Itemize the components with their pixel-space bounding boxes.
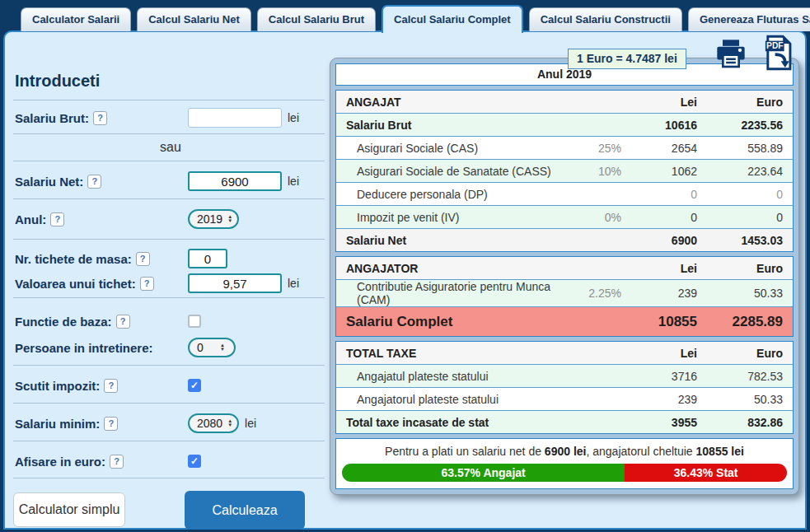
angajat-header: ANGAJAT: [346, 96, 557, 109]
afisare-euro-checkbox[interactable]: [188, 455, 201, 468]
summary-part1: Pentru a plati un salariu net de: [385, 445, 545, 458]
table-row-cass: Asigurari Sociale de Sanatate (CASS) 10%…: [336, 159, 793, 182]
row-lei: 6900: [621, 234, 697, 247]
row-lei: 239: [621, 287, 697, 300]
salariu-net-input[interactable]: [188, 171, 282, 191]
scutit-impozit-help-icon[interactable]: ?: [104, 379, 118, 393]
col-lei: Lei: [621, 347, 697, 360]
tab-genereaza-fluturas-salariu[interactable]: Genereaza Fluturas Salariu: [688, 7, 810, 31]
anul-select[interactable]: 2019 ▲▼: [188, 209, 239, 229]
row-euro: 558.89: [697, 142, 783, 155]
printer-icon: [714, 37, 747, 70]
angajat-header-row: ANGAJAT Lei Euro: [336, 91, 793, 113]
field-salariu-brut: Salariu Brut: ? lei: [15, 105, 326, 130]
col-euro: Euro: [697, 347, 783, 360]
row-euro: 223.64: [697, 165, 783, 178]
tab-calcul-salariu-complet[interactable]: Calcul Salariu Complet: [382, 5, 523, 33]
salariu-minim-select-value: 2080: [197, 417, 222, 430]
row-lei: 3955: [621, 416, 697, 429]
pdf-icon-label: PDF: [766, 41, 784, 50]
salariu-minim-unit: lei: [245, 417, 256, 430]
row-euro: 782.53: [697, 370, 783, 383]
field-salariu-minim: Salariu minim: ? 2080 ▲▼ lei: [15, 411, 326, 436]
col-lei: Lei: [621, 262, 697, 275]
salariu-brut-input[interactable]: [188, 108, 282, 128]
field-salariu-net: Salariu Net: ? lei: [15, 169, 326, 194]
row-euro: 0: [697, 188, 783, 201]
tab-calcul-salariu-brut[interactable]: Calcul Salariu Brut: [257, 7, 376, 31]
print-button[interactable]: [714, 37, 747, 73]
angajat-section: ANGAJAT Lei Euro Salariu Brut 10616 2235…: [335, 90, 794, 252]
anul-select-value: 2019: [197, 212, 222, 226]
row-lei: 10616: [621, 119, 697, 132]
functie-baza-checkbox[interactable]: [188, 315, 201, 328]
anul-label: Anul:: [15, 212, 46, 226]
nr-tichete-label: Nr. tichete de masa:: [15, 252, 132, 266]
afisare-euro-help-icon[interactable]: ?: [110, 455, 124, 469]
col-euro: Euro: [697, 262, 783, 275]
summary-total-value: 10855 lei: [696, 445, 744, 458]
divider: [13, 297, 325, 298]
row-lei: 0: [621, 188, 697, 201]
salariu-brut-help-icon[interactable]: ?: [93, 111, 107, 125]
salariu-net-help-icon[interactable]: ?: [87, 175, 101, 189]
angajat-bar-segment: 63.57% Angajat: [342, 464, 625, 482]
summary-part2: , angajatorul cheltuie: [586, 445, 695, 458]
taxe-section: TOTAL TAXE Lei Euro Angajatul plateste s…: [335, 341, 794, 434]
row-label: Contributie Asiguratorie pentru Munca (C…: [346, 280, 557, 306]
calculeaza-button[interactable]: Calculeaza: [185, 491, 305, 530]
table-row-salariu-complet: Salariu Complet 10855 2285.89: [336, 306, 793, 336]
row-euro: 832.86: [697, 416, 783, 429]
persoane-select[interactable]: 0 ▲▼: [188, 338, 236, 357]
table-row-salariu-brut: Salariu Brut 10616 2235.56: [336, 113, 793, 136]
select-arrows-icon: ▲▼: [227, 419, 232, 427]
field-nr-tichete: Nr. tichete de masa: ?: [15, 246, 326, 271]
salariu-brut-unit: lei: [288, 111, 299, 124]
field-anul: Anul: ? 2019 ▲▼: [15, 207, 326, 231]
divider: [13, 365, 325, 366]
divider: [13, 133, 325, 134]
divider: [13, 161, 325, 161]
divider: [13, 239, 325, 240]
valoare-tichet-input[interactable]: [188, 273, 282, 293]
functie-baza-help-icon[interactable]: ?: [116, 315, 130, 329]
pdf-download-button[interactable]: PDF: [761, 35, 796, 74]
calculator-simplu-button[interactable]: Calculator simplu: [13, 492, 125, 527]
table-row-dp: Deducere personala (DP) 0 0: [336, 182, 793, 205]
salariu-brut-label: Salariu Brut:: [15, 111, 89, 125]
nr-tichete-help-icon[interactable]: ?: [136, 252, 150, 266]
valoare-tichet-help-icon[interactable]: ?: [140, 277, 154, 291]
table-row-iv: Impozit pe venit (IV) 0% 0 0: [336, 205, 793, 228]
anul-help-icon[interactable]: ?: [50, 212, 64, 226]
row-label: Deducere personala (DP): [346, 188, 557, 201]
table-row-taxe-angajator: Angajatorul plateste statului 239 50.33: [336, 387, 793, 410]
scutit-impozit-checkbox[interactable]: [188, 379, 201, 392]
row-lei: 1062: [621, 165, 697, 178]
row-label: Asigurari Sociale (CAS): [346, 142, 557, 155]
row-label: Angajatorul plateste statului: [346, 393, 557, 406]
row-lei: 3716: [621, 370, 697, 383]
field-afisare-euro: Afisare in euro: ?: [15, 449, 326, 474]
results-panel: Anul 2019 ANGAJAT Lei Euro Salariu Brut …: [330, 58, 799, 495]
salariu-minim-select[interactable]: 2080 ▲▼: [188, 413, 239, 433]
salariu-minim-label: Salariu minim:: [15, 417, 100, 431]
nr-tichete-input[interactable]: [188, 249, 227, 268]
field-persoane: Persoane in intretinere: 0 ▲▼: [15, 335, 326, 360]
row-label: Asigurari Sociale de Sanatate (CASS): [346, 165, 557, 178]
row-lei: 10855: [621, 314, 697, 330]
table-row-cam: Contributie Asiguratorie pentru Munca (C…: [336, 279, 793, 306]
tab-calcul-salariu-net[interactable]: Calcul Salariu Net: [137, 7, 251, 31]
tab-calcul-salariu-constructii[interactable]: Calcul Salariu Constructii: [529, 7, 682, 31]
valoare-tichet-unit: lei: [288, 277, 299, 290]
summary-net-value: 6900 lei: [545, 445, 587, 458]
tab-calculator-salarii[interactable]: Calculator Salarii: [21, 7, 131, 31]
divider: [13, 478, 325, 478]
split-bar: 63.57% Angajat 36.43% Stat: [342, 464, 787, 482]
divider: [13, 441, 325, 441]
row-pct: 2.25%: [557, 287, 621, 300]
row-euro: 50.33: [697, 287, 783, 300]
salariu-minim-help-icon[interactable]: ?: [104, 417, 118, 431]
main-panel: 1 Euro = 4.7487 lei PDF Introduceti Sala…: [3, 30, 807, 530]
row-label: Salariu Net: [346, 234, 557, 247]
angajator-section: ANGAJATOR Lei Euro Contributie Asigurato…: [335, 256, 794, 337]
